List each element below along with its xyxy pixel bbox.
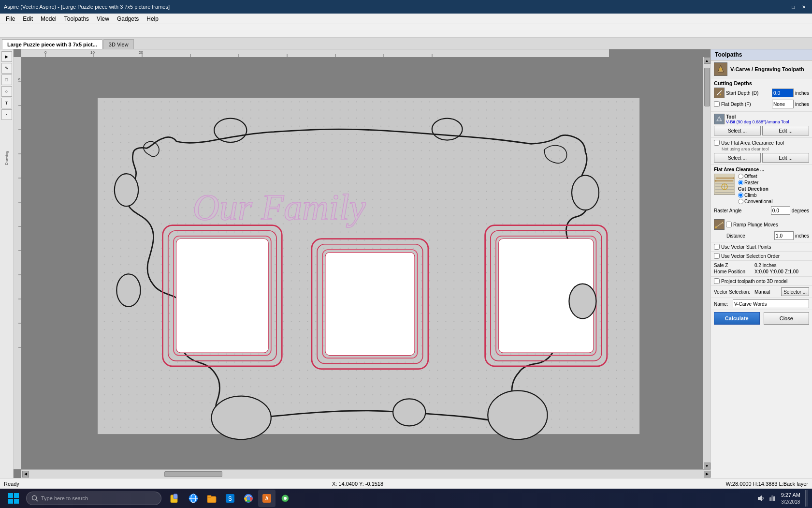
vector-selection-mode: Manual: [754, 289, 779, 295]
flat-area-label: Use Flat Area Clearance Tool: [721, 140, 784, 146]
start-depth-input[interactable]: [772, 89, 794, 97]
tool-select-button[interactable]: Select ...: [714, 126, 761, 135]
project-toolpath-row: Project toolpath onto 3D model: [714, 278, 809, 284]
svg-point-51: [116, 274, 140, 306]
start-button[interactable]: [4, 491, 23, 506]
maximize-button[interactable]: □: [789, 3, 798, 11]
vector-start-points-section: Use Vector Start Points: [711, 242, 812, 252]
scrollbar-vertical[interactable]: ▲ ▼: [703, 57, 710, 469]
start-depth-icon: [714, 88, 725, 98]
svg-text:6: 6: [17, 78, 21, 80]
flat-area-edit-button[interactable]: Edit ...: [762, 153, 809, 163]
ramp-distance-input[interactable]: [774, 231, 794, 240]
tool-text[interactable]: T: [1, 98, 12, 108]
scrollbar-horizontal[interactable]: ◀ ▶: [21, 469, 710, 478]
tool-rect[interactable]: □: [1, 75, 12, 85]
name-label: Name:: [714, 301, 731, 307]
raster-angle-row: Raster Angle degrees: [714, 206, 809, 215]
svg-point-56: [719, 68, 722, 71]
toolbar-placeholder: [4, 28, 5, 33]
taskbar-icon-aspire[interactable]: A: [258, 490, 276, 507]
svg-rect-38: [325, 253, 415, 356]
vector-start-points-checkbox[interactable]: [714, 244, 720, 250]
raster-angle-input[interactable]: [771, 206, 790, 215]
taskbar-icon-store[interactable]: S: [221, 490, 239, 507]
selector-button[interactable]: Selector ...: [781, 287, 809, 296]
flat-area-checkbox-row: Use Flat Area Clearance Tool: [714, 140, 809, 146]
raster-radio[interactable]: [738, 180, 743, 185]
menu-toolpaths[interactable]: Toolpaths: [60, 14, 93, 24]
svg-line-85: [36, 500, 38, 502]
vector-start-points-row: Use Vector Start Points: [714, 244, 809, 250]
offset-radio[interactable]: [738, 174, 743, 179]
tool-label-container: Tool V-Bit (90 deg 0.688")Amana Tool: [726, 114, 809, 124]
scroll-right-button[interactable]: ▶: [704, 471, 710, 478]
offset-raster-group: Offset Raster Cut Direction Climb Conven…: [738, 174, 809, 204]
close-button[interactable]: Close: [764, 312, 810, 325]
minimize-button[interactable]: −: [778, 3, 787, 11]
search-bar[interactable]: Type here to search: [26, 492, 161, 505]
svg-rect-83: [14, 499, 19, 504]
taskbar-icon-ie[interactable]: [185, 490, 202, 507]
tool-select[interactable]: ▶: [1, 51, 12, 62]
ruler-vertical: 6: [14, 57, 21, 469]
safe-z-label: Safe Z: [714, 263, 753, 268]
flat-depth-checkbox[interactable]: [714, 101, 720, 107]
ramp-distance-unit: inches: [795, 233, 809, 239]
tool-edit-button[interactable]: Edit ...: [762, 126, 809, 135]
vector-selection-order-checkbox[interactable]: [714, 253, 720, 259]
scroll-left-button[interactable]: ◀: [22, 471, 29, 478]
status-right: W:28.0000 H:14.3883 L:Back layer: [653, 481, 808, 487]
flat-area-visual-section: Flat Area Clearance ...: [711, 165, 812, 217]
project-toolpath-label: Project toolpath onto 3D model: [721, 279, 787, 284]
menu-help[interactable]: Help: [143, 14, 162, 24]
status-ready: Ready: [4, 481, 62, 487]
flat-depth-input[interactable]: [772, 100, 794, 108]
volume-icon[interactable]: [757, 494, 765, 502]
vcarve-icon: [714, 62, 727, 76]
flat-depth-label: Flat Depth (F): [721, 102, 770, 107]
safe-z-section: Safe Z 0.2 inches Home Position X:0.00 Y…: [711, 261, 812, 277]
scroll-down-button[interactable]: ▼: [704, 463, 710, 469]
ruler-h-svg: 0 10 20: [21, 49, 609, 57]
taskbar-icon-chrome[interactable]: [240, 490, 257, 507]
show-desktop-button[interactable]: [805, 490, 808, 507]
taskbar-system-tray: [757, 494, 776, 502]
climb-radio[interactable]: [738, 193, 743, 198]
close-button[interactable]: ✕: [799, 3, 808, 11]
calculate-button[interactable]: Calculate: [714, 312, 760, 325]
name-input[interactable]: [733, 299, 809, 308]
menu-model[interactable]: Model: [37, 14, 60, 24]
tool-draw[interactable]: ✎: [1, 63, 12, 74]
tab-design[interactable]: Large Puzzle piece with 3 7x5 pict...: [2, 39, 102, 49]
network-icon[interactable]: [768, 494, 776, 502]
start-depth-label: Start Depth (D): [726, 90, 770, 96]
svg-text:10: 10: [90, 50, 95, 55]
tool-circle[interactable]: ○: [1, 86, 12, 97]
taskbar-icon-files[interactable]: [166, 490, 184, 507]
flat-area-checkbox[interactable]: [714, 140, 720, 146]
raster-radio-row: Raster: [738, 180, 809, 185]
project-toolpath-checkbox[interactable]: [714, 278, 720, 284]
taskbar-icon-gear[interactable]: [276, 490, 294, 507]
clock-display[interactable]: 9:27 AM 3/2/2018: [781, 492, 800, 505]
ramp-plunge-checkbox[interactable]: [726, 222, 732, 227]
svg-point-53: [569, 284, 596, 319]
taskbar-icon-folder[interactable]: [203, 490, 220, 507]
menu-file[interactable]: File: [2, 14, 19, 24]
flat-area-select-button[interactable]: Select ...: [714, 153, 761, 163]
tab-3d-view[interactable]: 3D View: [103, 39, 134, 49]
canvas-viewport[interactable]: Our Family Our Family: [21, 57, 710, 469]
tool-node[interactable]: ⋅: [1, 109, 12, 120]
tab-bar: Large Puzzle piece with 3 7x5 pict... 3D…: [0, 38, 812, 49]
left-sidebar: ▶ ✎ □ ○ T ⋅ Drawing: [0, 49, 14, 478]
scrollbar-thumb-v[interactable]: [704, 68, 710, 106]
scrollbar-thumb-h[interactable]: [164, 471, 222, 477]
scroll-up-button[interactable]: ▲: [704, 57, 710, 64]
svg-rect-82: [8, 499, 13, 504]
conventional-radio[interactable]: [738, 199, 743, 204]
menu-gadgets[interactable]: Gadgets: [113, 14, 143, 24]
menu-edit[interactable]: Edit: [19, 14, 37, 24]
canvas-area[interactable]: 0 10 20: [14, 49, 710, 478]
menu-view[interactable]: View: [93, 14, 113, 24]
